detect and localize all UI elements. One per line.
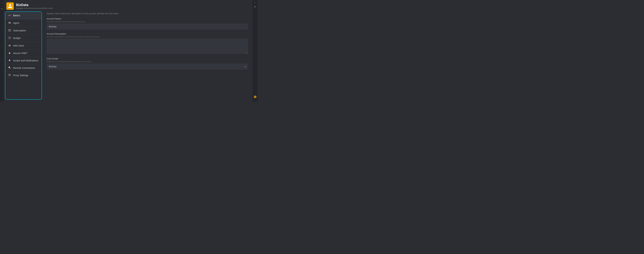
- pencil-icon: ✏: [8, 14, 11, 17]
- proxy-icon: [8, 74, 11, 77]
- nav-label-proxy-settings: Proxy Settings: [13, 74, 28, 77]
- nav-label-scripts-notifications: Scripts and Notifications: [13, 59, 38, 62]
- nav-label-basics: Basics: [13, 14, 20, 17]
- nav-item-budget[interactable]: Budget: [5, 34, 42, 42]
- nav-item-basics[interactable]: ✏ Basics: [5, 12, 42, 19]
- add-icon[interactable]: +: [1, 8, 2, 10]
- cost-center-select-wrapper: BizData: [46, 64, 248, 70]
- form-subtitle: Specify a short name and a description f…: [46, 12, 248, 15]
- account-name-hint: Provide a friendly name to identify this…: [46, 21, 248, 23]
- cost-center-hint: Select the cost center that will be used…: [46, 60, 248, 62]
- agent-icon: [8, 22, 11, 24]
- app-title: BizData: [16, 3, 53, 7]
- subscription-icon: [8, 29, 11, 32]
- required-star-name: *: [62, 18, 62, 20]
- nav-item-scripts-notifications[interactable]: Scripts and Notifications: [5, 57, 42, 64]
- nav-item-secure-vnet[interactable]: Secure VNET: [5, 50, 42, 57]
- app-subtitle: Navigate to the section you would like t…: [16, 7, 53, 9]
- svg-rect-4: [9, 53, 10, 54]
- account-name-input[interactable]: [46, 24, 248, 30]
- user-icon: [8, 4, 12, 8]
- left-nav: ✏ Basics Agent Subscription: [5, 12, 42, 100]
- collapse-left-icon[interactable]: «: [1, 1, 2, 4]
- right-icon-bar: » ↩: [252, 0, 258, 102]
- account-description-hint: Provide a description to add more inform…: [46, 36, 248, 38]
- header-text: BizData Navigate to the section you woul…: [16, 3, 53, 9]
- cost-center-select[interactable]: BizData: [46, 64, 248, 70]
- collapse-right-icon[interactable]: »: [254, 1, 256, 4]
- logo-box: [6, 2, 14, 10]
- account-description-label: Account Description: [46, 32, 248, 35]
- bell-icon: [8, 59, 11, 62]
- nav-item-proxy-settings[interactable]: Proxy Settings: [5, 72, 42, 79]
- nav-item-agent[interactable]: Agent: [5, 19, 42, 27]
- account-description-input[interactable]: [46, 39, 248, 54]
- content-area: ✏ Basics Agent Subscription: [4, 12, 252, 102]
- budget-icon: [8, 36, 11, 40]
- nav-label-remote-connections: Remote Connections: [13, 66, 35, 69]
- account-name-label: Account Name *: [46, 18, 248, 20]
- lock-icon: [8, 52, 11, 54]
- main-container: BizData Navigate to the section you woul…: [4, 0, 252, 102]
- add-users-icon: [8, 44, 11, 47]
- save-icon[interactable]: [254, 95, 256, 99]
- nav-item-remote-connections[interactable]: Remote Connections: [5, 64, 42, 72]
- cost-center-label: Cost Center *: [46, 58, 248, 60]
- account-name-group: Account Name * Provide a friendly name t…: [46, 18, 248, 30]
- header: BizData Navigate to the section you woul…: [4, 0, 252, 12]
- nav-label-subscription: Subscription: [13, 29, 26, 32]
- nav-label-secure-vnet: Secure VNET: [13, 52, 28, 54]
- nav-item-add-users[interactable]: Add Users: [5, 42, 42, 50]
- undo-icon[interactable]: ↩: [254, 5, 256, 8]
- account-description-group: Account Description Provide a descriptio…: [46, 32, 248, 54]
- required-star-cost: *: [59, 58, 60, 60]
- left-collapse-bar: « +: [0, 0, 4, 102]
- cost-center-group: Cost Center * Select the cost center tha…: [46, 58, 248, 70]
- nav-label-agent: Agent: [13, 22, 19, 24]
- svg-rect-5: [8, 74, 10, 76]
- nav-item-subscription[interactable]: Subscription: [5, 27, 42, 34]
- nav-label-budget: Budget: [13, 37, 20, 40]
- wrench-icon: [8, 66, 11, 69]
- nav-label-add-users: Add Users: [13, 44, 24, 47]
- form-area: Specify a short name and a description f…: [42, 12, 251, 100]
